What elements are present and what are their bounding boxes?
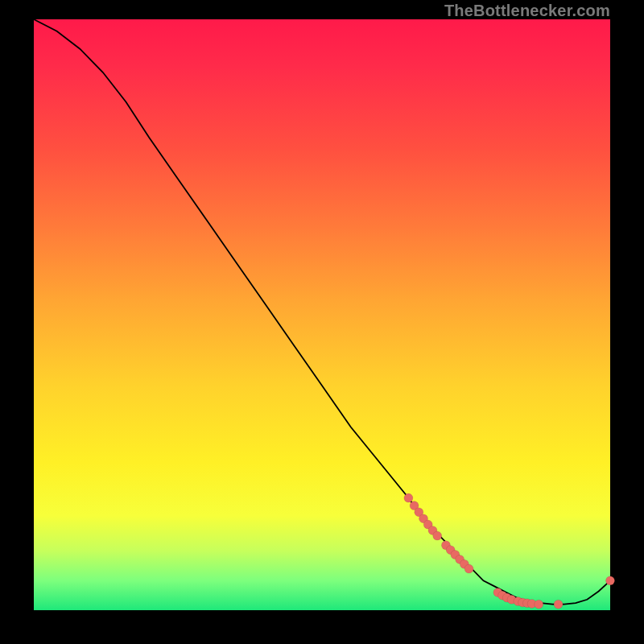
data-point-marker <box>404 493 413 502</box>
data-point-marker <box>433 531 442 540</box>
plot-area <box>34 19 610 610</box>
data-point-marker <box>535 600 543 609</box>
data-point-marker <box>464 564 473 573</box>
curve-line <box>34 19 610 605</box>
marker-group <box>404 493 615 609</box>
data-point-marker <box>606 576 615 585</box>
chart-svg <box>34 19 610 610</box>
chart-frame: TheBottlenecker.com <box>0 0 644 644</box>
data-point-marker <box>554 600 563 609</box>
watermark-text: TheBottlenecker.com <box>444 2 610 20</box>
